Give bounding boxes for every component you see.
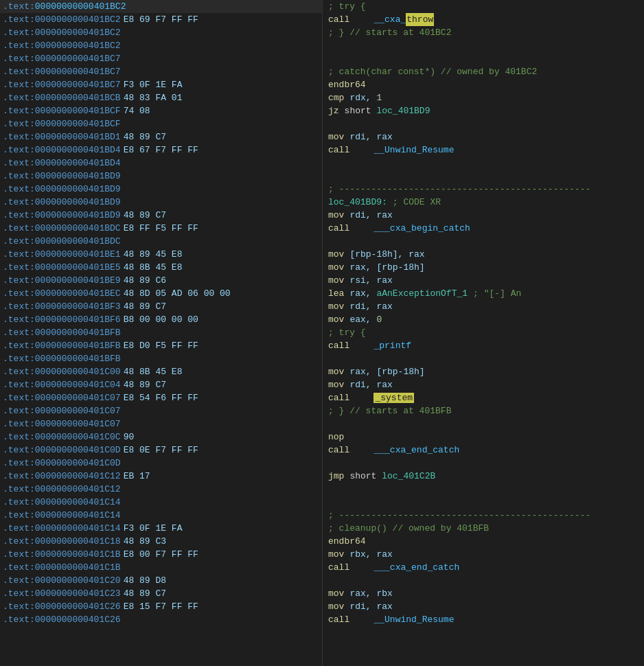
table-row[interactable]: call ___cxa_end_catch xyxy=(323,561,644,574)
table-row[interactable] xyxy=(323,235,644,248)
table-row[interactable]: ; } // starts at 401BC2 xyxy=(323,26,644,39)
table-row[interactable]: .text:0000000000401C00 48 8B 45 E8 xyxy=(0,365,322,378)
table-row[interactable]: call __Unwind_Resume xyxy=(323,613,644,626)
table-row[interactable]: .text:0000000000401BFB E8 D0 F5 FF FF xyxy=(0,339,322,352)
table-row[interactable]: ; catch(char const*) // owned by 401BC2 xyxy=(323,65,644,78)
table-row[interactable]: .text:0000000000401BFB xyxy=(0,326,322,339)
table-row[interactable]: .text:0000000000401C12 xyxy=(0,483,322,496)
table-row[interactable] xyxy=(323,626,644,639)
table-row[interactable]: .text:0000000000401C20 48 89 D8 xyxy=(0,574,322,587)
table-row[interactable]: .text:0000000000401BD9 xyxy=(0,196,322,209)
table-row[interactable]: call _printf xyxy=(323,339,644,352)
table-row[interactable]: .text:0000000000401BCF xyxy=(0,117,322,130)
table-row[interactable] xyxy=(323,157,644,170)
table-row[interactable]: .text:0000000000401C07 xyxy=(0,404,322,417)
table-row[interactable]: .text:0000000000401BC2 E8 69 F7 FF FF xyxy=(0,13,322,26)
address: .text:0000000000401BC7 xyxy=(3,52,121,65)
table-row[interactable] xyxy=(323,483,644,496)
table-row[interactable]: .text:0000000000401BCF 74 08 xyxy=(0,104,322,117)
table-row[interactable]: mov rdi, rax xyxy=(323,378,644,391)
table-row[interactable]: .text:0000000000401C07 xyxy=(0,417,322,430)
table-row[interactable]: .text:0000000000401BE5 48 8B 45 E8 xyxy=(0,261,322,274)
table-row[interactable]: .text:0000000000401BE1 48 89 45 E8 xyxy=(0,248,322,261)
table-row[interactable]: .text:0000000000401BF3 48 89 C7 xyxy=(0,300,322,313)
table-row[interactable]: .text:0000000000401BD9 xyxy=(0,170,322,183)
table-row[interactable]: .text:0000000000401BD4 xyxy=(0,157,322,170)
table-row[interactable]: ; } // starts at 401BFB xyxy=(323,404,644,417)
table-row[interactable] xyxy=(323,457,644,470)
table-row[interactable]: ; --------------------------------------… xyxy=(323,509,644,522)
table-row[interactable]: .text:0000000000401BDC xyxy=(0,235,322,248)
table-row[interactable]: call _system xyxy=(323,391,644,404)
table-row[interactable]: .text:0000000000401BD9 xyxy=(0,183,322,196)
table-row[interactable]: .text:0000000000401C1B xyxy=(0,561,322,574)
table-row[interactable]: mov rdi, rax xyxy=(323,300,644,313)
table-row[interactable]: .text:0000000000401C18 48 89 C3 xyxy=(0,535,322,548)
table-row[interactable]: mov eax, 0 xyxy=(323,313,644,326)
table-row[interactable]: .text:0000000000401BE9 48 89 C6 xyxy=(0,274,322,287)
table-row[interactable]: .text:0000000000401C26 xyxy=(0,613,322,626)
table-row[interactable]: mov rdi, rax xyxy=(323,209,644,222)
table-row[interactable]: .text:0000000000401C14 F3 0F 1E FA xyxy=(0,522,322,535)
table-row[interactable]: .text:0000000000401BD1 48 89 C7 xyxy=(0,130,322,143)
table-row[interactable]: .text:0000000000401BFB xyxy=(0,352,322,365)
table-row[interactable]: .text:0000000000401C0D xyxy=(0,457,322,470)
table-row[interactable]: .text:0000000000401BF6 B8 00 00 00 00 xyxy=(0,313,322,326)
table-row[interactable]: .text:0000000000401BD4 E8 67 F7 FF FF xyxy=(0,143,322,157)
table-row[interactable]: .text:0000000000401BD9 48 89 C7 xyxy=(0,209,322,222)
table-row[interactable]: .text:00000000000401BC2 xyxy=(0,0,322,13)
table-row[interactable]: mov rbx, rax xyxy=(323,548,644,561)
table-row[interactable]: mov rax, [rbp-18h] xyxy=(323,261,644,274)
table-row[interactable]: mov rax, [rbp-18h] xyxy=(323,365,644,378)
table-row[interactable]: .text:0000000000401BC7 xyxy=(0,65,322,78)
table-row[interactable] xyxy=(323,117,644,130)
table-row[interactable]: .text:0000000000401C04 48 89 C7 xyxy=(0,378,322,391)
table-row[interactable] xyxy=(323,39,644,52)
table-row[interactable]: call ___cxa_end_catch xyxy=(323,444,644,457)
table-row[interactable]: call ___cxa_begin_catch xyxy=(323,222,644,235)
table-row[interactable]: jmp short loc_401C2B xyxy=(323,470,644,483)
table-row[interactable]: mov rdi, rax xyxy=(323,130,644,143)
table-row[interactable]: .text:0000000000401C0C 90 xyxy=(0,430,322,444)
table-row[interactable] xyxy=(323,52,644,65)
table-row[interactable]: mov rdi, rax xyxy=(323,600,644,613)
table-row[interactable]: .text:0000000000401BC7 F3 0F 1E FA xyxy=(0,78,322,91)
table-row[interactable] xyxy=(323,496,644,509)
table-row[interactable] xyxy=(323,417,644,430)
table-row[interactable]: call __cxa_throw xyxy=(323,13,644,26)
table-row[interactable]: lea rax, aAnExceptionOfT_1 ; "[-] An xyxy=(323,287,644,300)
bytes: 48 8D 05 AD 06 00 00 xyxy=(124,287,231,300)
table-row[interactable]: endbr64 xyxy=(323,78,644,91)
table-row[interactable]: loc_401BD9: ; CODE XR xyxy=(323,196,644,209)
table-row[interactable]: .text:0000000000401C12 EB 17 xyxy=(0,470,322,483)
table-row[interactable]: .text:0000000000401C14 xyxy=(0,496,322,509)
table-row[interactable]: mov rax, rbx xyxy=(323,587,644,600)
table-row[interactable]: .text:0000000000401C07 E8 54 F6 FF FF xyxy=(0,391,322,404)
table-row[interactable]: .text:0000000000401BC7 xyxy=(0,52,322,65)
table-row[interactable]: .text:0000000000401C14 xyxy=(0,509,322,522)
table-row[interactable]: nop xyxy=(323,430,644,444)
table-row[interactable]: .text:0000000000401C23 48 89 C7 xyxy=(0,587,322,600)
table-row[interactable]: .text:0000000000401BDC E8 FF F5 FF FF xyxy=(0,222,322,235)
table-row[interactable]: endbr64 xyxy=(323,535,644,548)
table-row[interactable]: cmp rdx, 1 xyxy=(323,91,644,104)
table-row[interactable]: .text:0000000000401C0D E8 0E F7 FF FF xyxy=(0,444,322,457)
table-row[interactable]: .text:0000000000401BC2 xyxy=(0,26,322,39)
table-row[interactable]: call __Unwind_Resume xyxy=(323,143,644,157)
table-row[interactable]: ; --------------------------------------… xyxy=(323,183,644,196)
table-row[interactable]: ; try { xyxy=(323,326,644,339)
table-row[interactable]: .text:0000000000401C26 E8 15 F7 FF FF xyxy=(0,600,322,613)
table-row[interactable]: mov rsi, rax xyxy=(323,274,644,287)
table-row[interactable] xyxy=(323,574,644,587)
table-row[interactable]: .text:0000000000401BCB 48 83 FA 01 xyxy=(0,91,322,104)
table-row[interactable]: ; cleanup() // owned by 401BFB xyxy=(323,522,644,535)
table-row[interactable] xyxy=(323,352,644,365)
table-row[interactable]: mov [rbp-18h], rax xyxy=(323,248,644,261)
mnemonic: mov xyxy=(328,130,344,143)
table-row[interactable]: .text:0000000000401C1B E8 00 F7 FF FF xyxy=(0,548,322,561)
table-row[interactable]: ; try { xyxy=(323,0,644,13)
table-row[interactable] xyxy=(323,170,644,183)
table-row[interactable]: .text:0000000000401BC2 xyxy=(0,39,322,52)
table-row[interactable]: jz short loc_401BD9 xyxy=(323,104,644,117)
table-row[interactable]: .text:0000000000401BEC 48 8D 05 AD 06 00… xyxy=(0,287,322,300)
